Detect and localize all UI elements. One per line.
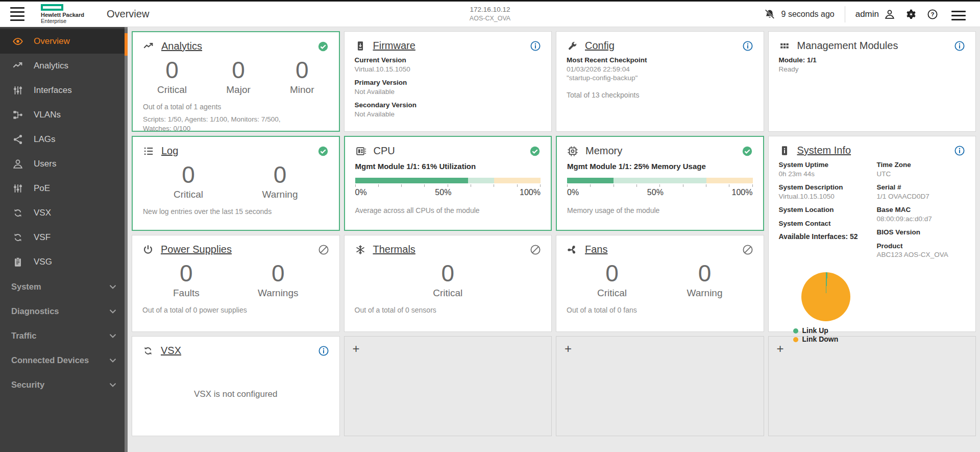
fans-title-link[interactable]: Fans <box>585 244 607 255</box>
info-icon[interactable] <box>742 40 753 52</box>
list-icon <box>143 146 154 157</box>
info-icon[interactable] <box>954 145 965 156</box>
fans-card: Fans 0 Critical 0 Warning Out of a total… <box>556 235 764 332</box>
memory-bar-fill <box>567 178 614 183</box>
overflow-menu-button[interactable] <box>948 6 969 23</box>
available-interfaces: Available Interfaces: 52 <box>779 232 872 241</box>
field-label: BIOS Version <box>877 228 965 237</box>
sidebar-item-label: Overview <box>34 36 70 46</box>
sidebar-item-vsg[interactable]: VSG <box>0 250 128 274</box>
chevron-down-icon <box>107 379 118 390</box>
fan-icon <box>567 244 578 255</box>
cpu-bar-fill <box>355 178 469 183</box>
vsx-title-link[interactable]: VSX <box>161 345 181 356</box>
memory-subtitle: Mgmt Module 1/1: 25% Memory Usage <box>567 162 753 171</box>
brand-line2: Enterprise <box>41 18 84 25</box>
stat-label: Faults <box>173 288 200 299</box>
log-title-link[interactable]: Log <box>161 145 178 157</box>
sidebar-section-diagnostics[interactable]: Diagnostics <box>0 299 128 323</box>
power-note: Out of a total of 0 power supplies <box>142 306 329 314</box>
sidebar-item-interfaces[interactable]: Interfaces <box>0 78 128 103</box>
plus-icon: + <box>777 343 968 355</box>
system-info-title-link[interactable]: System Info <box>797 145 851 156</box>
cpu-title[interactable]: CPU <box>374 145 395 157</box>
add-widget-tile[interactable]: + <box>768 336 976 436</box>
field-label: System Contact <box>779 219 872 228</box>
sidebar-item-lags[interactable]: LAGs <box>0 127 128 152</box>
info-icon[interactable] <box>530 40 541 52</box>
sidebar-section-label: Traffic <box>11 331 37 341</box>
stat-label: Major <box>226 84 251 96</box>
stat-value: 0 <box>157 57 187 83</box>
management-modules-title[interactable]: Management Modules <box>797 40 898 52</box>
stat-value: 0 <box>262 162 298 188</box>
add-widget-tile[interactable]: + <box>344 336 552 436</box>
cpu-note: Average across all CPUs of the module <box>355 206 541 215</box>
sidebar-item-vsf[interactable]: VSF <box>0 225 128 250</box>
info-icon[interactable] <box>954 40 965 52</box>
vlan-icon <box>12 109 23 121</box>
memory-note: Memory usage of the module <box>567 206 753 215</box>
sidebar-item-vlans[interactable]: VLANs <box>0 103 128 127</box>
hpe-logo[interactable]: Hewlett Packard Enterprise <box>41 4 84 24</box>
field-value: Not Available <box>355 87 542 97</box>
device-info-icon <box>779 145 790 156</box>
thermals-title-link[interactable]: Thermals <box>373 244 415 255</box>
sidebar-section-security[interactable]: Security <box>0 372 128 397</box>
sidebar-section-label: Connected Devices <box>11 355 89 365</box>
nav-menu-button[interactable] <box>7 6 28 23</box>
sidebar-item-poe[interactable]: PoE <box>0 176 128 201</box>
username-label: admin <box>855 9 879 19</box>
refresh-status-button[interactable]: 9 seconds ago <box>764 9 835 20</box>
stat-critical: 0 Critical <box>433 260 462 299</box>
sidebar-section-connected-devices[interactable]: Connected Devices <box>0 348 128 372</box>
sidebar-item-label: PoE <box>34 183 50 194</box>
stat-faults: 0 Faults <box>173 260 200 299</box>
sidebar-section-traffic[interactable]: Traffic <box>0 323 128 348</box>
stat-critical: 0 Critical <box>157 57 187 96</box>
sidebar-item-label: Analytics <box>34 61 68 71</box>
system-info-card: System Info System Uptime 0h 23m 44s Sys… <box>768 136 976 332</box>
config-note: Total of 13 checkpoints <box>567 91 753 99</box>
status-ok-icon <box>317 146 329 157</box>
topbar-divider <box>845 6 845 22</box>
add-widget-tile[interactable]: + <box>556 336 764 436</box>
status-ok-icon <box>317 41 329 52</box>
firmware-title-link[interactable]: Firmware <box>373 40 415 52</box>
user-menu-button[interactable]: admin <box>855 9 895 20</box>
cpu-subtitle: Mgmt Module 1/1: 61% Utilization <box>355 162 541 171</box>
field-value: Not Available <box>355 110 542 119</box>
system-info-right-column: Time Zone UTC Serial # 1/1 OVAACD0D7 Bas… <box>877 160 965 264</box>
analytics-title-link[interactable]: Analytics <box>161 40 202 52</box>
info-icon[interactable] <box>318 345 329 356</box>
field-label: Primary Version <box>355 78 542 87</box>
sidebar-scrollbar-thumb[interactable] <box>125 33 128 56</box>
grid-icon <box>779 40 790 52</box>
tick-label: 100% <box>520 188 541 197</box>
brand-line1: Hewlett Packard <box>41 12 84 18</box>
stat-value: 0 <box>258 260 299 287</box>
firmware-icon <box>355 40 366 52</box>
vsx-message: VSX is not configured <box>142 389 329 399</box>
memory-title[interactable]: Memory <box>585 145 622 157</box>
sidebar-item-users[interactable]: Users <box>0 152 128 176</box>
sidebar-item-overview[interactable]: Overview <box>0 29 128 54</box>
settings-button[interactable] <box>905 9 917 20</box>
analytics-card: Analytics 0 Critical 0 Major 0 Minor Out… <box>132 31 340 132</box>
sidebar: Overview Analytics Interfaces VLANs LAGs… <box>0 27 128 452</box>
sidebar-item-label: Interfaces <box>34 85 72 96</box>
analytics-note: Out of a total of 1 agents <box>143 103 329 111</box>
help-button[interactable]: ? <box>927 9 938 20</box>
power-supplies-title-link[interactable]: Power Supplies <box>161 244 232 255</box>
sidebar-item-analytics[interactable]: Analytics <box>0 54 128 78</box>
sidebar-section-system[interactable]: System <box>0 274 128 299</box>
sidebar-item-vsx[interactable]: VSX <box>0 201 128 225</box>
power-icon <box>142 244 154 255</box>
pie-legend: Link Up Link Down <box>793 326 966 344</box>
config-title-link[interactable]: Config <box>585 40 615 52</box>
gear-icon <box>905 9 917 20</box>
fans-note: Out of a total of 0 fans <box>567 306 753 314</box>
sidebar-scrollbar[interactable] <box>125 27 128 452</box>
analytics-detail: Scripts: 1/50, Agents: 1/100, Monitors: … <box>143 115 281 133</box>
field-label: Base MAC <box>877 205 965 215</box>
